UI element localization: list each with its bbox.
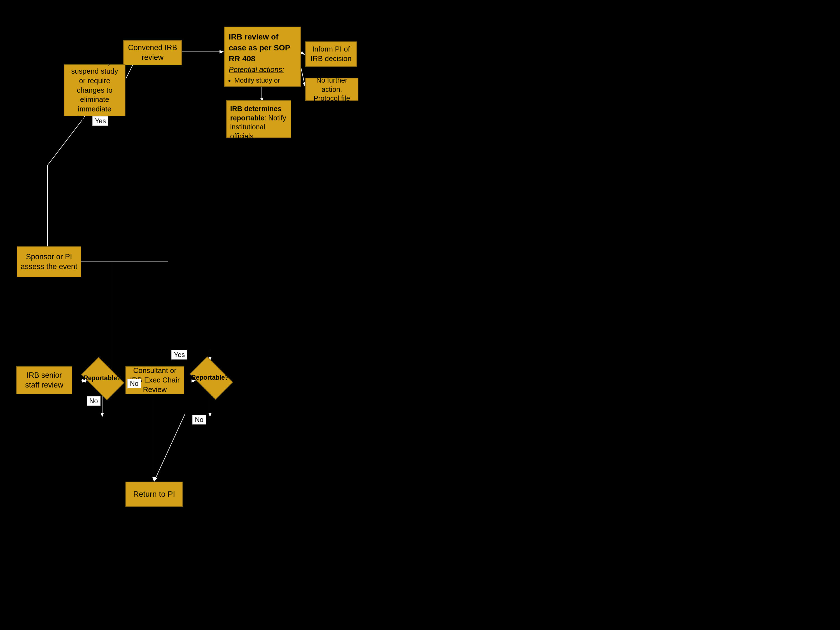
flowchart: Sponsor or PI assess the event Convened … xyxy=(0,0,840,630)
yes-top-label: Yes xyxy=(92,116,108,126)
arrows-svg xyxy=(0,0,840,630)
inform-pi-box: Inform PI of IRB decision xyxy=(305,41,357,66)
svg-line-10 xyxy=(154,414,185,482)
irb-senior-staff-box: IRB senior staff review xyxy=(16,366,72,394)
diamond1-label: Reportable? xyxy=(77,361,127,395)
no1-label: No xyxy=(87,396,101,406)
irb-exec-chair-box: IRB Executive Chair may suspend study or… xyxy=(64,65,125,116)
diamond-reportable1: Reportable? xyxy=(77,361,129,396)
diamond2-label: Reportable? xyxy=(185,361,235,394)
sponsor-pi-box: Sponsor or PI assess the event xyxy=(17,246,81,277)
yes2-label: Yes xyxy=(171,350,187,360)
no-further-box: No further action. Protocol file xyxy=(305,78,358,101)
irb-determines-rest: : Notify institutional officials, sponso… xyxy=(230,114,286,177)
no3-label: No xyxy=(193,415,206,425)
return-to-pi-box: Return to PI xyxy=(125,482,183,507)
diamond-reportable2: Reportable? xyxy=(185,361,238,396)
bullet-1: Modify study or consent xyxy=(234,76,296,94)
irb-review-title: IRB review of case as per SOP RR 408 xyxy=(229,32,296,65)
irb-determines-box: IRB determines reportable: Notify instit… xyxy=(226,100,291,138)
yes1-label: No xyxy=(127,379,141,388)
irb-review-subtitle: Potential actions: xyxy=(229,65,296,74)
irb-review-box: IRB review of case as per SOP RR 408 Pot… xyxy=(224,27,301,87)
convened-irb-box: Convened IRB review xyxy=(123,40,182,65)
